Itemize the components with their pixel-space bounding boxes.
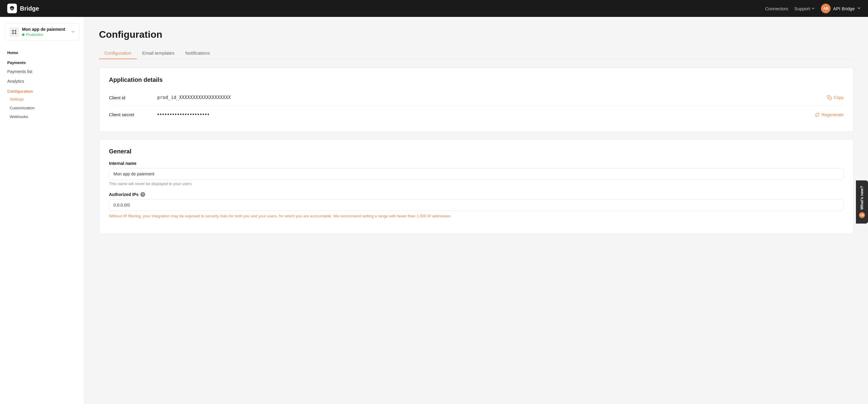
sidebar-item-customization[interactable]: Customization — [0, 104, 84, 112]
app-icon — [9, 27, 19, 37]
application-details-title: Application details — [109, 77, 843, 83]
env-label: Production — [26, 33, 43, 37]
brand-logo — [7, 4, 17, 13]
app-name: Mon app de paiement — [22, 27, 68, 32]
whats-new-label: What's new? — [860, 186, 864, 210]
client-secret-row: Client secret ••••••••••••••••••••• Rege… — [109, 106, 843, 123]
user-name: API Bridge — [833, 6, 855, 11]
env-dot — [22, 33, 25, 36]
authorized-ips-label: Authorized IPs ? — [109, 192, 843, 197]
help-icon[interactable]: ? — [140, 192, 145, 197]
support-button[interactable]: Support — [794, 6, 815, 11]
sidebar-item-settings[interactable]: Settings — [0, 95, 84, 104]
svg-rect-4 — [829, 97, 832, 99]
page-title: Configuration — [99, 29, 854, 40]
connectors-link[interactable]: Connectors — [765, 6, 788, 11]
home-nav-item[interactable]: Home — [0, 47, 84, 57]
tabs: Configuration Email templates Notificati… — [99, 48, 854, 59]
payments-section-label: Payments — [0, 57, 84, 67]
authorized-ips-group: Authorized IPs ? Without IP filtering, y… — [109, 192, 843, 219]
general-section-title: General — [109, 148, 843, 155]
svg-rect-1 — [15, 30, 16, 31]
internal-name-hint: This name will never be displayed to you… — [109, 181, 843, 186]
client-id-value: prod_id_XXXXXXXXXXXXXXXXXXX — [157, 95, 827, 100]
ip-warning-text: Without IP filtering, your integration m… — [109, 213, 843, 219]
copy-button[interactable]: Copy — [827, 95, 843, 100]
client-secret-label: Client secret — [109, 112, 157, 117]
sidebar-item-payments-list[interactable]: Payments list — [0, 67, 84, 77]
svg-rect-2 — [12, 32, 13, 34]
chevron-down-icon — [857, 6, 861, 11]
sidebar: Mon app de paiement Production Home Paym… — [0, 17, 85, 404]
application-details-card: Application details Client id prod_id_XX… — [99, 68, 854, 132]
app-selector[interactable]: Mon app de paiement Production — [5, 23, 80, 41]
sidebar-item-analytics[interactable]: Analytics — [0, 77, 84, 86]
tab-configuration[interactable]: Configuration — [99, 48, 137, 59]
general-card: General Internal name This name will nev… — [99, 139, 854, 234]
nav-right: Connectors Support AB API Bridge — [765, 4, 861, 13]
tab-notifications[interactable]: Notifications — [180, 48, 216, 59]
avatar: AB — [821, 4, 831, 13]
authorized-ips-input[interactable] — [109, 199, 843, 211]
client-secret-value: ••••••••••••••••••••• — [157, 111, 815, 118]
sidebar-item-webhooks[interactable]: Webhooks — [0, 112, 84, 121]
brand-name: Bridge — [20, 5, 39, 12]
nav-brand: Bridge — [7, 4, 39, 13]
regenerate-button[interactable]: Regenerate — [815, 112, 843, 117]
tab-email-templates[interactable]: Email templates — [137, 48, 180, 59]
internal-name-label: Internal name — [109, 161, 843, 166]
internal-name-input[interactable] — [109, 168, 843, 180]
whats-new-button[interactable]: 9+ What's new? — [856, 180, 868, 224]
app-chevron-icon — [71, 29, 75, 35]
svg-rect-3 — [15, 32, 16, 34]
svg-rect-0 — [12, 30, 13, 31]
configuration-section-label: Configuration — [0, 86, 84, 95]
client-id-label: Client id — [109, 95, 157, 100]
top-navigation: Bridge Connectors Support AB API Bridge — [0, 0, 868, 17]
whats-new-badge: 9+ — [859, 212, 865, 218]
app-environment: Production — [22, 33, 68, 37]
user-menu-button[interactable]: AB API Bridge — [821, 4, 861, 13]
main-content: Configuration Configuration Email templa… — [85, 17, 868, 404]
client-id-row: Client id prod_id_XXXXXXXXXXXXXXXXXXX Co… — [109, 89, 843, 106]
internal-name-group: Internal name This name will never be di… — [109, 161, 843, 186]
app-info: Mon app de paiement Production — [22, 27, 68, 37]
